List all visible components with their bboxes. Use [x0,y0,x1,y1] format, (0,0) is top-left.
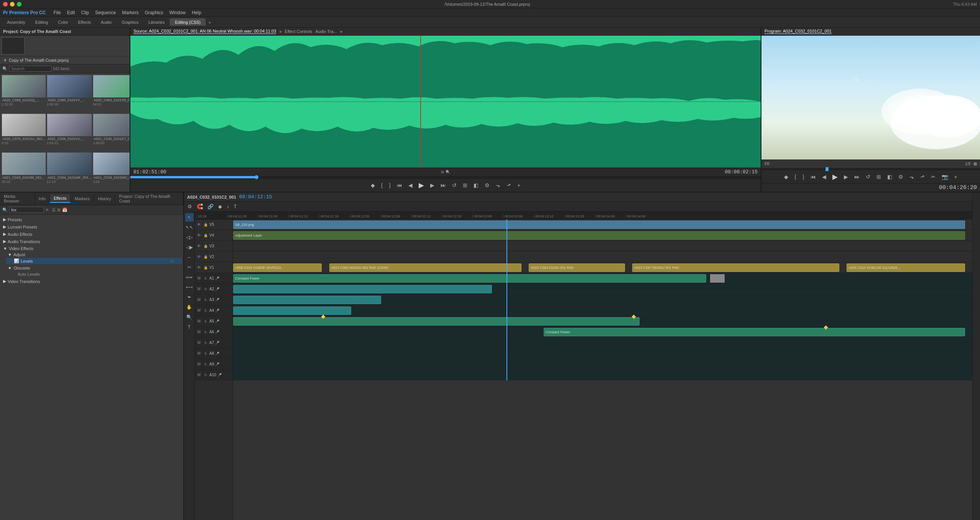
track-mute-icon[interactable]: M [196,286,202,292]
zoom-out-icon[interactable]: 🔍 [446,170,450,174]
prog-step-fwd[interactable]: ▶ [842,173,850,181]
tab-history[interactable]: History [94,195,115,202]
track-sync-icon[interactable]: S [203,276,208,281]
close-button[interactable] [3,2,8,7]
pen-tool[interactable]: ✒ [185,293,194,301]
hand-tool[interactable]: ✋ [185,303,194,311]
mark-in-button[interactable]: { [380,181,385,189]
prog-play[interactable]: ▶ [831,172,839,182]
clip-a2[interactable] [233,285,492,293]
track-sync-icon[interactable]: 🔒 [203,222,208,227]
list-item[interactable]: A021_C043_010189_001... 25:16 [2,152,46,190]
effects-view-grid-icon[interactable]: ⊞ [57,207,61,212]
program-scrubber[interactable] [761,168,980,170]
timeline-markers-btn[interactable]: ◆ [217,203,223,210]
tab-markers[interactable]: Markers [71,195,94,202]
tab-audio[interactable]: Audio [96,19,116,26]
list-item[interactable]: A021_C026_0101VU_... 1:03:21 [47,114,92,151]
track-sync-icon[interactable]: 🔒 [203,244,208,249]
timeline-timecode[interactable]: 00:04:12:15 [239,194,272,200]
zoom-fit-icon[interactable]: ⊞ [441,170,444,174]
track-sync-icon[interactable]: S [203,297,208,303]
source-scrubber-handle[interactable] [255,175,258,179]
track-mute-icon[interactable]: M [196,329,202,335]
tab-editing[interactable]: Editing [31,19,53,26]
track-mute-icon[interactable]: M [196,362,202,367]
track-eye-icon[interactable]: 👁 [196,233,202,238]
more-panels-icon[interactable]: » [279,29,281,34]
prog-loop[interactable]: ↺ [864,173,872,181]
text-tool[interactable]: T [185,323,194,331]
select-tool[interactable]: ↖ [185,213,194,222]
prog-go-in[interactable]: ⏮ [809,173,817,181]
program-monitor-tab[interactable]: Program: A024_C032_0101C2_001 [765,29,832,34]
menu-clip[interactable]: Clip [81,10,89,15]
tab-libraries[interactable]: Libraries [144,19,169,26]
source-settings-button[interactable]: ⚙ [483,181,491,189]
export-button[interactable]: + [516,181,522,189]
track-eye-icon[interactable]: 👁 [196,244,202,249]
track-sync-icon[interactable]: S [203,329,208,335]
more-workspaces[interactable]: » [206,19,213,26]
step-back-button[interactable]: ◀ [407,181,414,189]
prog-mark-in[interactable]: { [793,173,798,181]
track-sync-icon[interactable]: S [203,362,208,367]
list-item[interactable]: A021_C004_0101WF_001... 11:13 [47,152,92,190]
track-sync-icon[interactable]: S [203,340,208,346]
track-sync-icon[interactable]: 🔒 [203,254,208,260]
lumetri-header[interactable]: ▶ Lumetri Presets [2,224,182,230]
rate-stretch-tool[interactable]: ↔ [185,253,194,262]
prog-trim[interactable]: ✂ [929,173,937,181]
effect-item-levels[interactable]: 📊 Levels 93 [6,258,182,264]
prog-export[interactable]: 📷 [940,173,950,181]
prog-output[interactable]: ◧ [886,173,894,181]
tab-info[interactable]: Info [35,195,50,202]
clip-adjustment-layer[interactable]: Adjustment Layer [233,231,965,240]
tab-color[interactable]: Color [53,19,72,26]
effects-calendar-icon[interactable]: 📅 [62,207,67,212]
track-mute-icon[interactable]: M [196,308,202,313]
go-to-out-button[interactable]: ⏭ [439,181,447,189]
prog-settings[interactable]: ⚙ [897,173,905,181]
source-timecode-out[interactable]: 00:00:02:15 [725,169,758,175]
prog-add-btn[interactable]: + [953,173,959,181]
safe-margins-button[interactable]: ⊞ [461,181,469,189]
track-mute-icon[interactable]: M [196,340,202,346]
roll-tool[interactable]: ◁▶ [185,243,194,252]
clip-sb225[interactable]: SB_225.png [233,221,965,229]
loop-button[interactable]: ↺ [451,181,458,189]
source-tab[interactable]: Source: A024_C032_0101C2_001: AN 06 Neut… [133,29,276,34]
menu-window[interactable]: Window [169,10,186,15]
source-timecode-in[interactable]: 01:02:51:00 [133,169,166,175]
play-button[interactable]: ▶ [417,180,426,190]
clip-a5[interactable] [233,317,640,326]
audio-track-mixer-tab[interactable]: Audio Tra... [316,29,337,34]
presets-header[interactable]: ▶ Presets [2,216,182,223]
effect-item-auto-levels[interactable]: Auto Levels [6,271,182,277]
timeline-linked-btn[interactable]: 🔗 [206,203,215,210]
tab-editing-css[interactable]: Editing (CSS) [170,18,206,26]
clear-search-icon[interactable]: ✕ [45,207,49,212]
track-eye-icon[interactable]: 👁 [196,254,202,260]
project-file-name[interactable]: Copy of The Amalfi Coast.prproj [9,58,69,63]
minimize-button[interactable] [10,2,15,7]
menu-graphics[interactable]: Graphics [145,10,163,15]
overwrite-button[interactable]: ⬏ [505,181,513,189]
ripple-tool[interactable]: ◁▷ [185,233,194,242]
maximize-button[interactable] [17,2,21,7]
audio-transitions-header[interactable]: ▶ Audio Transitions [2,238,182,245]
track-sync-icon[interactable]: S [203,286,208,292]
clip-a1-main[interactable]: Constant Power [233,274,706,283]
track-sync-icon[interactable]: 🔒 [203,233,208,238]
prog-go-out[interactable]: ⏭ [853,173,861,181]
list-item[interactable]: A021_C040_0101K7_0... 1:48:00 [93,114,130,151]
list-item[interactable]: A021_C018_0101MO_001... 1:02 [93,152,130,190]
razor-tool[interactable]: ✂ [185,263,194,272]
menu-markers[interactable]: Markers [122,10,138,15]
track-sync-icon[interactable]: S [203,308,208,313]
track-mute-icon[interactable]: M [196,276,202,281]
list-item[interactable]: A020_C060_0101VY_... 2:00:16 [47,75,92,113]
video-transitions-header[interactable]: ▶ Video Transitions [2,278,182,285]
clip-a3[interactable] [233,296,381,304]
effect-controls-tab[interactable]: Effect Controls [285,29,312,34]
